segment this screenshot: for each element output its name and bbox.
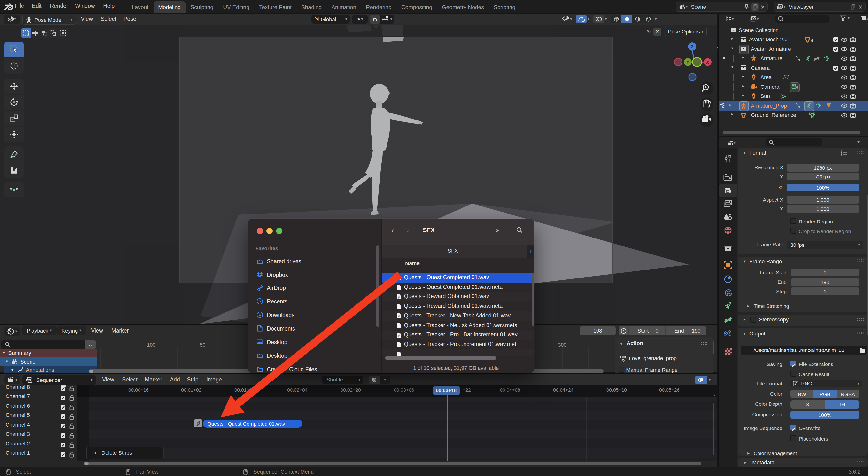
svg-text:Z: Z bbox=[691, 44, 693, 49]
svg-text:Y: Y bbox=[686, 60, 689, 65]
svg-text:X: X bbox=[706, 60, 709, 65]
